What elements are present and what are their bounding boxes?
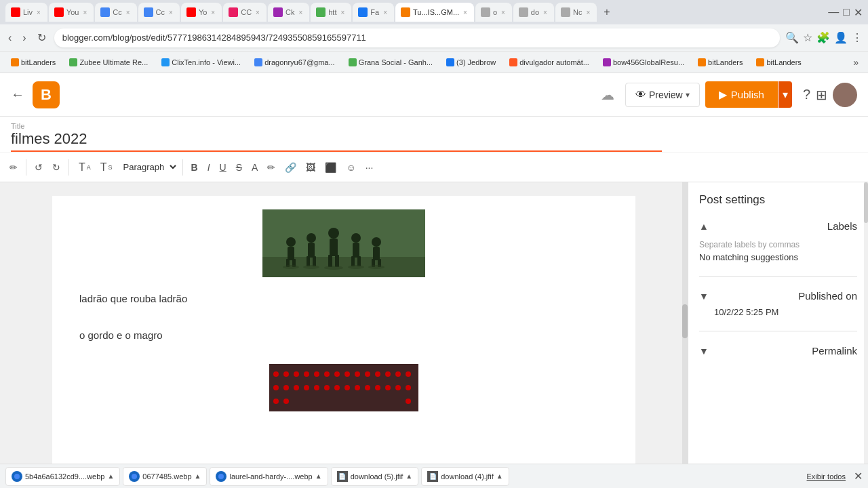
reload-button[interactable]: ↻	[35, 28, 49, 47]
cloud-save-icon[interactable]: ☁	[601, 87, 614, 103]
close-tab-icon[interactable]: ×	[210, 9, 216, 16]
bookmark-clixten[interactable]: ClixTen.info - Viewi...	[156, 56, 246, 68]
close-tab-icon[interactable]: ×	[382, 9, 389, 16]
editor-scrollbar[interactable]	[682, 182, 688, 464]
extension-icon[interactable]: 🧩	[816, 31, 830, 44]
tab-nc[interactable]: Nc ×	[555, 3, 597, 22]
highlight-button[interactable]: ✏	[263, 159, 279, 176]
download-chevron-icon-5[interactable]: ▲	[496, 472, 503, 480]
tab-htt[interactable]: htt ×	[311, 3, 351, 22]
close-tab-icon[interactable]: ×	[167, 9, 174, 16]
apps-icon[interactable]: ⊞	[816, 87, 827, 103]
close-tab-icon[interactable]: ×	[81, 9, 88, 16]
download-item-3[interactable]: laurel-and-hardy-....webp ▲	[210, 467, 328, 486]
underline-button[interactable]: U	[216, 159, 231, 176]
text-color-button[interactable]: A	[248, 159, 262, 176]
download-item-5[interactable]: 📄 download (4).jfif ▲	[421, 467, 509, 486]
close-tab-icon[interactable]: ×	[125, 9, 132, 16]
tab-you[interactable]: You ×	[49, 3, 94, 22]
help-icon[interactable]: ?	[803, 87, 810, 102]
preview-dropdown-icon[interactable]: ▾	[686, 90, 690, 100]
strikethrough-button[interactable]: S	[232, 159, 246, 176]
editor-text-2[interactable]: o gordo e o magro	[79, 327, 608, 344]
labels-section-header[interactable]: ▲ Labels	[699, 218, 857, 235]
menu-icon[interactable]: ⋮	[852, 31, 863, 44]
bookmark-zubee[interactable]: Zubee Ultimate Re...	[64, 56, 153, 68]
redo-button[interactable]: ↻	[48, 159, 64, 176]
editor-scrollbar-thumb[interactable]	[682, 304, 688, 338]
download-chevron-icon-3[interactable]: ▲	[315, 472, 322, 480]
link-button[interactable]: 🔗	[281, 159, 300, 176]
bold-button[interactable]: B	[187, 159, 202, 176]
bookmarks-more-button[interactable]: »	[849, 56, 863, 69]
sidebar-scrollbar[interactable]	[864, 182, 868, 464]
paragraph-select[interactable]: Paragraph	[118, 159, 178, 176]
close-tab-icon[interactable]: ×	[254, 9, 261, 16]
tab-do[interactable]: do ×	[513, 3, 554, 22]
tab-yo[interactable]: Yo ×	[181, 3, 222, 22]
bookmark-bow[interactable]: bow456GlobalResu...	[597, 56, 690, 68]
tab-cc3[interactable]: CC ×	[223, 3, 267, 22]
close-tab-icon[interactable]: ×	[462, 9, 469, 16]
permalink-section-header[interactable]: ▼ Permalink	[699, 342, 857, 359]
back-to-posts-button[interactable]: ←	[11, 87, 24, 102]
font-size-button[interactable]: TS	[96, 159, 117, 176]
preview-button[interactable]: 👁 Preview ▾	[625, 83, 700, 107]
search-icon[interactable]: 🔍	[785, 31, 799, 44]
post-title-input[interactable]	[11, 130, 662, 152]
bookmark-bitlanders1[interactable]: bitLanders	[5, 56, 61, 68]
more-button[interactable]: ···	[361, 159, 378, 176]
bookmark-grana[interactable]: Grana Social - Ganh...	[343, 56, 438, 68]
star-icon[interactable]: ☆	[803, 31, 812, 44]
bookmark-divulgador[interactable]: divulgador automát...	[504, 56, 595, 68]
published-section-header[interactable]: ▼ Published on	[699, 287, 857, 304]
new-tab-button[interactable]: +	[598, 3, 615, 22]
editor-scroll-area[interactable]: ladrão que rouba ladrão o gordo e o magr…	[0, 182, 688, 464]
tab-liv[interactable]: Liv ×	[5, 3, 47, 22]
download-chevron-icon-2[interactable]: ▲	[195, 472, 201, 480]
tab-cc2[interactable]: Cc ×	[138, 3, 180, 22]
download-chevron-icon-4[interactable]: ▲	[406, 472, 412, 480]
close-tab-icon[interactable]: ×	[297, 9, 304, 16]
sidebar-scrollbar-thumb[interactable]	[864, 182, 868, 223]
close-tab-icon[interactable]: ×	[339, 9, 346, 16]
publish-dropdown-button[interactable]: ▾	[778, 81, 792, 108]
tab-fa[interactable]: Fa ×	[353, 3, 394, 22]
layout-button[interactable]: ⬛	[321, 159, 340, 176]
maximize-button[interactable]: □	[843, 6, 850, 18]
bookmark-dragon[interactable]: dragonryu67@gma...	[249, 56, 340, 68]
bookmark-bitlanders2[interactable]: bitLanders	[692, 56, 748, 68]
forward-button[interactable]: ›	[20, 29, 28, 47]
section-divider	[699, 276, 857, 277]
tab-ck[interactable]: Ck ×	[268, 3, 309, 22]
tab-blogger-active[interactable]: Tu...IS...GM... ×	[395, 3, 474, 22]
download-item-4[interactable]: 📄 download (5).jfif ▲	[331, 467, 419, 486]
download-item-1[interactable]: 5b4a6a6132cd9....webp ▲	[5, 467, 120, 486]
italic-button[interactable]: I	[203, 159, 214, 176]
close-button[interactable]: ✕	[854, 6, 863, 19]
close-tab-icon[interactable]: ×	[585, 9, 591, 16]
minimize-button[interactable]: —	[828, 6, 839, 18]
address-input[interactable]	[54, 28, 780, 47]
back-button[interactable]: ‹	[5, 29, 14, 47]
tab-cc1[interactable]: Cc ×	[95, 3, 136, 22]
close-tab-icon[interactable]: ×	[542, 9, 549, 16]
bookmark-bitlanders3[interactable]: bitLanders	[751, 56, 806, 68]
font-button[interactable]: TA	[75, 159, 95, 176]
profile-icon[interactable]: 👤	[834, 31, 848, 44]
download-chevron-icon[interactable]: ▲	[107, 472, 114, 480]
download-item-2[interactable]: 0677485.webp ▲	[123, 467, 207, 486]
show-all-downloads-button[interactable]: Exibir todos	[807, 472, 846, 481]
user-avatar[interactable]	[833, 83, 857, 107]
emoji-button[interactable]: ☺	[342, 159, 359, 176]
close-tab-icon[interactable]: ×	[35, 9, 42, 16]
editor-text-1[interactable]: ladrão que rouba ladrão	[79, 291, 608, 307]
tab-o[interactable]: o ×	[475, 3, 512, 22]
close-downloads-bar-button[interactable]: ✕	[854, 470, 863, 483]
publish-button[interactable]: ▶ Publish	[705, 81, 778, 108]
close-tab-icon[interactable]: ×	[500, 9, 507, 16]
undo-button[interactable]: ↺	[31, 159, 47, 176]
image-button[interactable]: 🖼	[302, 159, 319, 176]
bookmark-jedbrow[interactable]: (3) Jedbrow	[441, 56, 501, 68]
pencil-icon[interactable]: ✏	[5, 159, 22, 176]
